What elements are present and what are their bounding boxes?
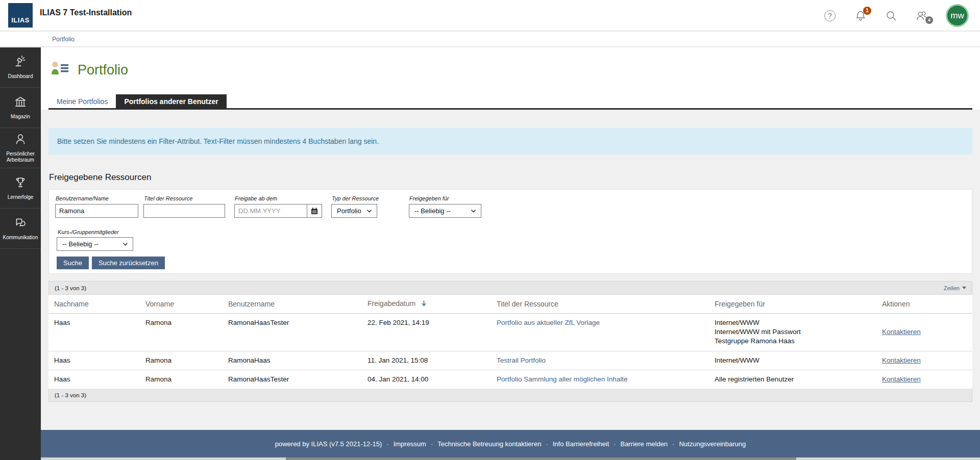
cell-freigabedatum: 11. Jan 2021, 15:08: [362, 351, 491, 370]
result-range-top: (1 - 3 von 3): [55, 285, 86, 291]
chevron-down-icon: [470, 208, 477, 214]
search-icon: [885, 10, 897, 22]
kontaktieren-link[interactable]: Kontaktieren: [882, 375, 921, 383]
repository-icon: [14, 95, 27, 111]
page-header: Portfolio Meine Portfolios Portfolios an…: [41, 47, 980, 110]
trophy-icon: [14, 176, 27, 191]
cell-freigegeben-fuer: Internet/WWW Internet/WWW mit Passwort T…: [709, 314, 876, 351]
scrollbar-thumb[interactable]: [286, 457, 796, 460]
sidebar-item-kommunikation[interactable]: Kommunikation: [0, 209, 41, 249]
breadcrumb: Portfolio: [0, 32, 980, 47]
column-header-titel[interactable]: Titel der Ressource: [491, 295, 709, 314]
shared-for-select[interactable]: -- Beliebig --: [409, 204, 481, 218]
tab-bar: Meine Portfolios Portfolios anderer Benu…: [48, 94, 972, 110]
column-header-nachname[interactable]: Nachname: [48, 295, 140, 314]
tab-portfolios-anderer-benutzer[interactable]: Portfolios anderer Benutzer: [116, 94, 226, 108]
filter-label-shared-for: Freigegeben für: [409, 195, 449, 201]
powered-by-text: powered by ILIAS (v7.5 2021-12-15): [275, 440, 382, 448]
rows-per-page-dropdown[interactable]: Zeilen: [944, 285, 966, 291]
notification-badge: 1: [863, 7, 871, 15]
installation-title: ILIAS 7 Test-Installation: [40, 8, 132, 17]
notifications-button[interactable]: 1: [854, 9, 867, 22]
resource-title-input[interactable]: [143, 204, 225, 218]
sidebar-label: Kommunikation: [2, 235, 40, 241]
table-row: Haas Ramona RamonaHaas 11. Jan 2021, 15:…: [48, 351, 972, 370]
table-toolbar-bottom: (1 - 3 von 3): [48, 389, 972, 402]
footer-link-impressum[interactable]: Impressum: [394, 440, 426, 448]
members-select[interactable]: -- Beliebig --: [57, 237, 133, 251]
sidebar-label: Dashboard: [7, 73, 35, 80]
filter-label-username: Benutzername/Name: [56, 195, 109, 201]
calendar-button[interactable]: [307, 204, 322, 218]
column-header-benutzername[interactable]: Benutzername: [223, 295, 362, 314]
dashboard-icon: [14, 55, 27, 70]
cell-freigegeben-fuer: Internet/WWW: [709, 351, 876, 370]
username-input[interactable]: [55, 204, 138, 218]
footer: powered by ILIAS (v7.5 2021-12-15) · Imp…: [41, 430, 980, 457]
calendar-icon: [310, 207, 319, 216]
search-reset-button[interactable]: Suche zurücksetzen: [92, 257, 165, 269]
cell-nachname: Haas: [48, 351, 140, 370]
horizontal-scrollbar[interactable]: [41, 457, 980, 460]
contacts-button[interactable]: 4: [915, 9, 928, 22]
footer-link-nutzungsvereinbarung[interactable]: Nutzungsvereinbarung: [679, 440, 746, 448]
date-input[interactable]: [234, 204, 307, 218]
search-submit-button[interactable]: Suche: [57, 257, 89, 269]
chevron-down-icon: [366, 208, 373, 214]
column-header-aktionen: Aktionen: [876, 295, 972, 314]
cell-nachname: Haas: [48, 370, 140, 389]
cell-vorname: Ramona: [140, 314, 223, 351]
table-row: Haas Ramona RamonaHaasTester 04. Jan 202…: [48, 370, 972, 389]
filter-label-title: Titel der Ressource: [144, 195, 192, 201]
cell-titel: Portfolio Sammlung aller möglichen Inhal…: [491, 370, 709, 389]
resource-title-link[interactable]: Testrail Portfolio: [497, 356, 546, 364]
breadcrumb-portfolio[interactable]: Portfolio: [52, 36, 75, 43]
resource-title-link[interactable]: Portfolio aus aktueller ZfL Vorlage: [497, 319, 600, 326]
cell-freigabedatum: 22. Feb 2021, 14:19: [362, 314, 491, 351]
search-button[interactable]: [885, 9, 898, 22]
column-header-vorname[interactable]: Vorname: [140, 295, 223, 314]
table-row: Haas Ramona RamonaHaasTester 22. Feb 202…: [48, 314, 972, 351]
person-icon: [14, 133, 27, 148]
footer-link-barrierefreiheit[interactable]: Info Barrierefreiheit: [553, 440, 609, 448]
filter-label-date: Freigabe ab dem: [235, 195, 277, 201]
main-content: Portfolio Meine Portfolios Portfolios an…: [41, 47, 980, 460]
sort-descending-icon: [421, 300, 427, 309]
cell-titel: Portfolio aus aktueller ZfL Vorlage: [491, 314, 709, 351]
filter-label-members: Kurs-/Gruppenmitglieder: [58, 229, 119, 235]
cell-freigabedatum: 04. Jan 2021, 14:00: [362, 370, 491, 389]
caret-down-icon: [962, 287, 966, 289]
footer-link-betreuung[interactable]: Technische Betreuung kontaktieren: [437, 440, 541, 448]
ilias-logo[interactable]: ILIAS: [8, 3, 33, 28]
filter-panel: Benutzername/Name Titel der Ressource Fr…: [48, 189, 972, 274]
cell-benutzername: RamonaHaasTester: [223, 370, 362, 389]
sidebar: Dashboard Magazin Persönlicher Arbeitsra…: [0, 47, 41, 460]
sidebar-label: Persönlicher Arbeitsraum: [0, 151, 41, 164]
sidebar-item-lernerfolge[interactable]: Lernerfolge: [0, 168, 41, 209]
help-icon: ?: [824, 10, 836, 21]
kontaktieren-link[interactable]: Kontaktieren: [882, 328, 921, 336]
sidebar-label: Lernerfolge: [6, 194, 35, 201]
cell-benutzername: RamonaHaas: [223, 351, 362, 370]
column-header-freigabedatum[interactable]: Freigabedatum: [362, 295, 491, 314]
footer-link-barriere-melden[interactable]: Barriere melden: [621, 440, 668, 448]
contacts-badge: 4: [925, 16, 933, 24]
result-range-bottom: (1 - 3 von 3): [55, 392, 86, 398]
cell-freigegeben-fuer: Alle registrierten Benutzer: [709, 370, 876, 389]
top-icon-group: ? 1: [823, 0, 969, 31]
sidebar-item-magazin[interactable]: Magazin: [0, 88, 41, 128]
tab-meine-portfolios[interactable]: Meine Portfolios: [48, 94, 116, 108]
cell-titel: Testrail Portfolio: [491, 351, 709, 370]
user-avatar[interactable]: mw: [946, 4, 969, 27]
cell-benutzername: RamonaHaasTester: [223, 314, 362, 351]
resource-title-link[interactable]: Portfolio Sammlung aller möglichen Inhal…: [497, 375, 628, 383]
column-header-freigegeben-fuer[interactable]: Freigegeben für: [709, 295, 876, 314]
sidebar-item-dashboard[interactable]: Dashboard: [0, 47, 41, 88]
sidebar-item-personal-workspace[interactable]: Persönlicher Arbeitsraum: [0, 128, 41, 168]
help-button[interactable]: ?: [823, 9, 837, 22]
resource-type-select[interactable]: Portfolio: [331, 204, 377, 218]
kontaktieren-link[interactable]: Kontaktieren: [882, 356, 921, 364]
table-toolbar-top: (1 - 3 von 3) Zeilen: [48, 281, 972, 295]
page-title: Portfolio: [78, 62, 128, 78]
avatar-initials: mw: [950, 11, 964, 21]
